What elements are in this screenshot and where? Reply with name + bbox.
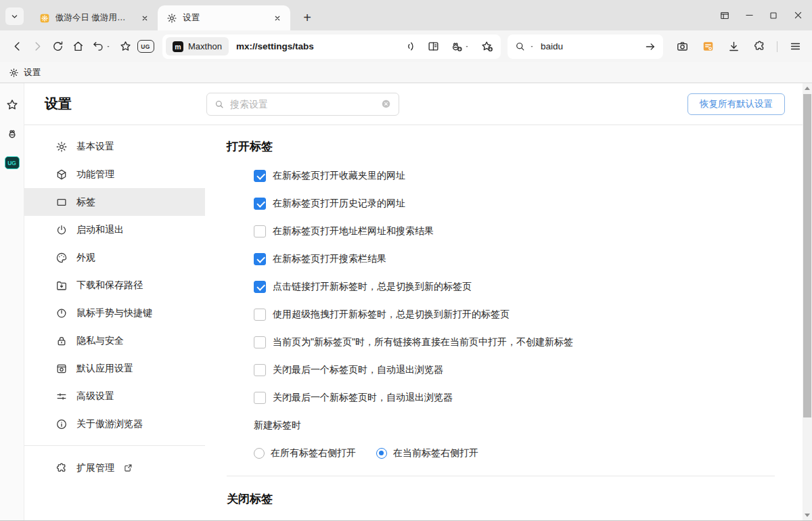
settings-nav-item[interactable]: 下载和保存路径 bbox=[24, 271, 205, 299]
checkbox-option-row[interactable]: 关闭最后一个新标签页时，自动退出浏览器 bbox=[227, 384, 812, 411]
settings-nav-item[interactable]: 启动和退出 bbox=[24, 216, 205, 244]
close-window-button[interactable] bbox=[788, 5, 808, 26]
nav-item-label: 外观 bbox=[76, 252, 95, 264]
settings-search-input[interactable] bbox=[230, 99, 375, 110]
page-scrollbar[interactable] bbox=[803, 83, 812, 520]
clear-search-icon[interactable] bbox=[380, 98, 392, 110]
back-button[interactable] bbox=[7, 37, 27, 57]
checkbox[interactable] bbox=[254, 364, 266, 376]
settings-nav-item[interactable]: 功能管理 bbox=[24, 160, 205, 188]
extensions-button[interactable] bbox=[749, 37, 769, 57]
checkbox[interactable] bbox=[254, 309, 266, 321]
radio-option[interactable]: 在所有标签右侧打开 bbox=[254, 447, 356, 459]
home-button[interactable] bbox=[68, 37, 88, 57]
side-strip: UG bbox=[0, 83, 24, 520]
checkbox-option-row[interactable]: 在新标签页打开收藏夹里的网址 bbox=[227, 162, 812, 189]
scrollbar-up-arrow[interactable] bbox=[803, 83, 812, 93]
nav-item-label: 基本设置 bbox=[76, 141, 114, 153]
scrollbar-thumb[interactable] bbox=[803, 94, 811, 417]
forward-button[interactable] bbox=[27, 37, 47, 57]
maximize-button[interactable] bbox=[763, 5, 784, 26]
checkbox-option-row[interactable]: 在新标签页打开搜索栏结果 bbox=[227, 245, 812, 273]
site-identity-chip[interactable]: m Maxthon bbox=[166, 37, 229, 55]
search-bar[interactable] bbox=[508, 35, 663, 59]
tab-close-button[interactable] bbox=[139, 12, 151, 24]
settings-nav-item[interactable]: 默认应用设置 bbox=[24, 355, 205, 382]
favorites-sidebar-icon[interactable] bbox=[5, 98, 19, 112]
checkbox-option-row[interactable]: 使用超级拖拽打开新标签时，总是切换到新打开的标签页 bbox=[227, 300, 812, 328]
menu-button[interactable] bbox=[785, 37, 805, 57]
close-icon bbox=[273, 14, 281, 22]
read-aloud-icon[interactable] bbox=[404, 40, 417, 53]
checkbox[interactable] bbox=[254, 198, 266, 210]
tab-list-dropdown-button[interactable] bbox=[5, 7, 24, 25]
go-search-arrow-icon[interactable] bbox=[644, 41, 656, 53]
external-link-icon bbox=[123, 463, 133, 473]
settings-search-box[interactable] bbox=[206, 93, 399, 116]
checkbox-option-row[interactable]: 在新标签页打开历史记录的网址 bbox=[227, 189, 812, 217]
user-guide-button[interactable]: UG bbox=[135, 37, 156, 57]
checkbox[interactable] bbox=[254, 170, 266, 182]
puzzle-icon bbox=[55, 462, 68, 474]
nav-item-icon bbox=[55, 196, 68, 208]
reset-defaults-button[interactable]: 恢复所有默认设置 bbox=[687, 93, 785, 115]
reload-button[interactable] bbox=[47, 37, 68, 57]
nav-item-label: 默认应用设置 bbox=[76, 363, 133, 375]
checkbox[interactable] bbox=[254, 281, 266, 293]
downloads-button[interactable] bbox=[723, 37, 744, 57]
undo-closed-tab-button[interactable] bbox=[88, 37, 115, 57]
tab-close-button[interactable] bbox=[271, 12, 284, 24]
bee-collect-icon[interactable] bbox=[450, 40, 464, 53]
scrollbar-down-arrow[interactable] bbox=[803, 510, 812, 520]
minimize-button[interactable] bbox=[739, 5, 759, 26]
boss-key-button[interactable] bbox=[715, 5, 735, 26]
address-bar[interactable]: m Maxthon mx://settings/tabs bbox=[162, 35, 501, 59]
checkbox-option-row[interactable]: 点击链接打开新标签时，总是切换到新的标签页 bbox=[227, 273, 812, 300]
search-icon bbox=[514, 41, 526, 52]
settings-nav-item-extensions[interactable]: 扩展管理 bbox=[24, 454, 205, 482]
chevron-down-icon bbox=[9, 12, 20, 22]
radio-option[interactable]: 在当前标签右侧打开 bbox=[376, 447, 478, 459]
bookmark-label: 设置 bbox=[24, 67, 41, 78]
checkbox[interactable] bbox=[254, 253, 266, 265]
bookmarks-bar: 设置 bbox=[0, 62, 812, 83]
checkbox-option-row[interactable]: 当前页为"新标签页"时，所有链接将直接在当前页中打开，不创建新标签 bbox=[227, 328, 812, 356]
radio-group: 在所有标签右侧打开 在当前标签右侧打开 bbox=[227, 439, 812, 467]
checkbox[interactable] bbox=[254, 336, 266, 348]
download-icon bbox=[727, 40, 740, 53]
ug-sidebar-badge[interactable]: UG bbox=[5, 156, 20, 169]
add-favorite-icon[interactable] bbox=[480, 40, 494, 53]
tab-settings[interactable]: 设置 bbox=[158, 5, 290, 30]
checkbox-option-row[interactable]: 关闭最后一个标签页时，自动退出浏览器 bbox=[227, 356, 812, 384]
settings-nav-item[interactable]: 高级设置 bbox=[24, 382, 205, 410]
settings-nav-item[interactable]: 外观 bbox=[24, 244, 205, 271]
ug-badge-icon: UG bbox=[137, 40, 154, 53]
checkbox-option-row[interactable]: 在新标签页打开地址栏网址和搜索结果 bbox=[227, 217, 812, 245]
caret-down-icon[interactable] bbox=[528, 43, 535, 50]
search-input[interactable] bbox=[541, 41, 615, 51]
checkbox-label: 在新标签页打开地址栏网址和搜索结果 bbox=[273, 225, 434, 237]
home-icon bbox=[72, 40, 85, 53]
radio-button[interactable] bbox=[376, 448, 387, 459]
bookmark-settings[interactable]: 设置 bbox=[9, 67, 41, 78]
checkbox[interactable] bbox=[254, 392, 266, 404]
tab-maxthon-today[interactable]: 傲游今日 傲游用户专属 bbox=[30, 5, 158, 30]
favorites-button[interactable] bbox=[115, 37, 135, 57]
window-layout-icon bbox=[719, 9, 731, 22]
settings-nav-item[interactable]: 关于傲游浏览器 bbox=[24, 410, 205, 438]
maxnote-button[interactable] bbox=[698, 37, 718, 57]
new-tab-button[interactable]: + bbox=[297, 7, 317, 28]
settings-nav-item[interactable]: 标签 bbox=[24, 188, 205, 216]
radio-button[interactable] bbox=[254, 448, 265, 459]
screenshot-button[interactable] bbox=[672, 37, 692, 57]
settings-nav-item[interactable]: 基本设置 bbox=[24, 133, 205, 160]
gear-icon bbox=[9, 68, 19, 78]
maxnote-bee-icon[interactable] bbox=[5, 127, 19, 141]
settings-nav-item[interactable]: 隐私与安全 bbox=[24, 327, 205, 355]
reader-mode-icon[interactable] bbox=[427, 40, 440, 53]
checkbox[interactable] bbox=[254, 225, 266, 237]
settings-nav-item[interactable]: 鼠标手势与快捷键 bbox=[24, 299, 205, 327]
puzzle-icon bbox=[753, 40, 766, 53]
url-text[interactable]: mx://settings/tabs bbox=[236, 41, 314, 51]
window-controls bbox=[715, 0, 808, 30]
